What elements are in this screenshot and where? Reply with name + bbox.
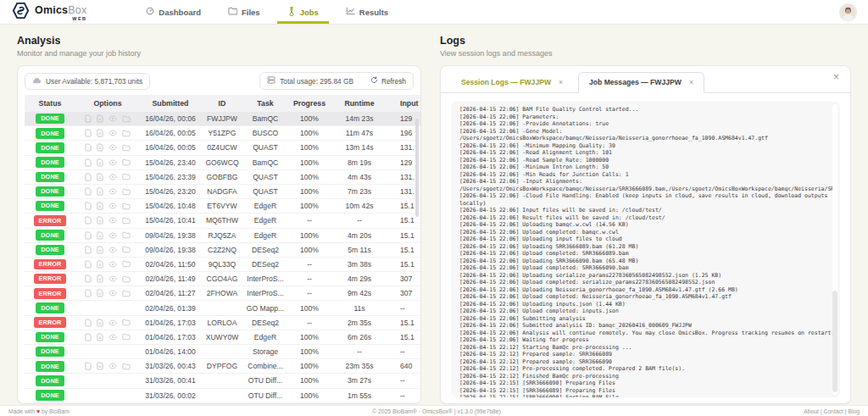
file-export-icon[interactable] [97,231,103,240]
folder-icon[interactable] [122,319,131,326]
table-row[interactable]: DONE 15/04/26, 10:48 ET6VYW EdgeR 100% 1… [25,199,420,214]
folder-icon[interactable] [122,130,131,137]
folder-icon[interactable] [122,246,131,253]
file-export-icon[interactable] [97,362,103,370]
eye-icon[interactable] [108,319,117,326]
eye-icon[interactable] [108,363,117,369]
file-icon[interactable] [85,260,92,269]
table-row[interactable]: DONE 31/03/26, 00:02 OTU Diff... 100% 1m… [25,389,420,403]
table-row[interactable]: DONE 16/04/26, 00:05 0Z4UCW QUAST 100% 1… [25,141,420,155]
file-icon[interactable] [85,158,92,167]
file-export-icon[interactable] [97,158,103,167]
file-export-icon[interactable] [97,187,103,196]
file-export-icon[interactable] [97,289,103,297]
file-icon[interactable] [85,362,92,370]
eye-icon[interactable] [108,159,117,166]
file-icon[interactable] [85,143,92,152]
file-icon[interactable] [85,114,92,123]
folder-icon[interactable] [122,275,131,283]
table-row[interactable]: ERROR 01/04/26, 17:03 LORLOA DESeq2 -- 2… [25,316,420,330]
folder-icon[interactable] [122,115,131,123]
refresh-button[interactable]: Refresh [370,76,406,86]
table-row[interactable]: DONE 15/04/26, 23:39 GOBFBG QUAST 100% 4… [25,170,420,185]
tab-job-messages-close-icon[interactable]: × [689,78,693,86]
file-icon[interactable] [85,129,92,137]
tab-job-messages[interactable]: Job Messages — FWJJPW × [578,72,704,93]
table-scrollbar[interactable] [415,119,419,217]
table-row[interactable]: DONE 15/04/26, 23:20 NADGFA QUAST 100% 7… [25,185,420,199]
file-icon[interactable] [85,202,92,210]
tab-session-logs[interactable]: Session Logs — FWJJPW × [451,73,573,92]
eye-icon[interactable] [108,174,117,180]
file-export-icon[interactable] [97,143,103,152]
folder-icon[interactable] [122,260,131,268]
eye-icon[interactable] [108,202,117,209]
folder-icon[interactable] [122,333,131,341]
table-row[interactable]: DONE 15/04/26, 23:40 GO6WCQ BamQC 100% 8… [25,156,420,170]
table-row[interactable]: DONE 16/04/26, 00:06 FWJJPW BamQC 100% 1… [25,112,420,126]
file-icon[interactable] [85,173,92,181]
file-export-icon[interactable] [97,173,103,181]
file-icon[interactable] [85,289,92,297]
eye-icon[interactable] [108,247,117,253]
file-icon[interactable] [85,319,92,327]
user-avatar[interactable] [840,4,856,20]
file-export-icon[interactable] [97,114,103,123]
table-row[interactable]: DONE 16/04/26, 00:05 Y51ZPG BUSCO 100% 1… [25,126,420,141]
file-icon[interactable] [85,231,92,240]
table-row[interactable]: DONE 31/03/26, 00:43 DYPFOG Combine... 1… [25,359,420,374]
footer-links[interactable]: About | Contact | Blog [804,408,860,414]
folder-icon[interactable] [122,173,131,180]
file-icon[interactable] [85,187,92,196]
nav-jobs[interactable]: Jobs [277,0,329,24]
app-logo[interactable]: OmicsBox WEB [12,3,86,21]
file-icon[interactable] [85,333,92,341]
tab-session-close-icon[interactable]: × [559,78,563,86]
table-row[interactable]: ERROR 02/04/26, 11:49 CGO4AG InterProS..… [25,272,420,286]
file-export-icon[interactable] [97,260,103,269]
nav-files[interactable]: Files [218,0,270,24]
eye-icon[interactable] [108,217,117,224]
table-row[interactable]: DONE 30/03/26, 19:59 OTU Diff... 100% 28… [25,403,420,404]
nav-results[interactable]: Results [336,0,398,24]
file-icon[interactable] [85,246,92,254]
table-row[interactable]: DONE 09/04/26, 19:38 C2Z2NQ DESeq2 100% … [25,243,420,258]
file-export-icon[interactable] [97,129,103,137]
file-icon[interactable] [85,275,92,283]
file-export-icon[interactable] [97,275,103,283]
table-row[interactable]: DONE 01/04/26, 14:00 Storage 100% -- -- [25,345,420,359]
file-export-icon[interactable] [97,319,103,327]
file-export-icon[interactable] [97,333,103,341]
nav-dashboard[interactable]: Dashboard [136,0,211,24]
file-export-icon[interactable] [97,246,103,254]
table-row[interactable]: DONE 09/04/26, 19:38 RJQ5ZA EdgeR 100% 4… [25,229,420,243]
folder-icon[interactable] [122,158,131,166]
eye-icon[interactable] [108,188,117,195]
folder-icon[interactable] [122,217,131,225]
table-row[interactable]: ERROR 15/04/26, 10:41 MQ6THW EdgeR -- --… [25,214,420,228]
table-row[interactable]: DONE 31/03/26, 00:41 OTU Diff... 100% 3m… [25,374,420,388]
eye-icon[interactable] [108,144,117,151]
file-export-icon[interactable] [97,202,103,210]
eye-icon[interactable] [108,290,117,297]
eye-icon[interactable] [108,130,117,136]
folder-icon[interactable] [122,202,131,210]
table-row[interactable]: ERROR 02/04/26, 11:50 9QL33Q DESeq2 -- 3… [25,258,420,272]
table-row[interactable]: DONE 01/04/26, 17:03 XUWY0W EdgeR 100% 6… [25,330,420,345]
eye-icon[interactable] [108,334,117,341]
eye-icon[interactable] [108,115,117,122]
log-viewer[interactable]: [2026-04-15 22:06] BAM File Quality Cont… [451,102,840,397]
folder-icon[interactable] [122,363,131,370]
eye-icon[interactable] [108,232,117,239]
eye-icon[interactable] [108,275,117,282]
file-icon[interactable] [85,216,92,225]
table-row[interactable]: DONE 02/04/26, 01:39 GO Mapp... 100% 11s… [25,301,420,315]
eye-icon[interactable] [108,261,117,268]
table-row[interactable]: ERROR 02/04/26, 11:27 2FHOWA InterProS..… [25,286,420,301]
log-scrollbar-thumb[interactable] [832,291,837,392]
folder-icon[interactable] [122,144,131,152]
folder-icon[interactable] [122,290,131,297]
folder-icon[interactable] [122,188,131,196]
logs-panel-close-icon[interactable]: × [833,72,839,82]
folder-icon[interactable] [122,231,131,239]
